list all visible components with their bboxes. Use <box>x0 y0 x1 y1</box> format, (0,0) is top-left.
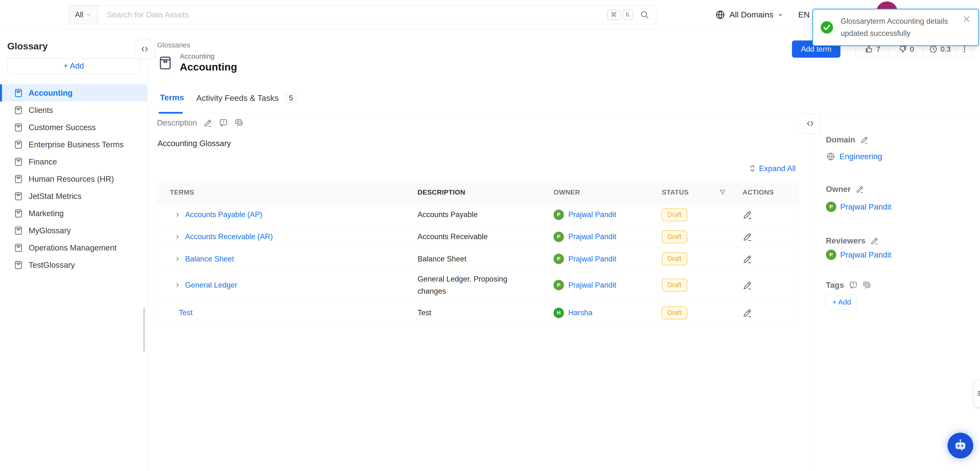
status-badge: Draft <box>662 253 687 265</box>
edit-pencil-icon[interactable] <box>743 232 753 242</box>
term-link[interactable]: Balance Sheet <box>185 255 234 263</box>
sidebar-item-jetstat-metrics[interactable]: JetStat Metrics <box>0 188 147 205</box>
request-tags-icon[interactable]: ? <box>849 281 858 290</box>
sidebar-scrollbar[interactable] <box>143 308 145 352</box>
domain-section: Domain <box>826 135 869 145</box>
sidebar-item-label: Operations Management <box>29 243 116 253</box>
active-tab-indicator <box>159 112 183 114</box>
owner-link[interactable]: Prajwal Pandit <box>568 210 616 219</box>
sidebar-item-accounting[interactable]: Accounting <box>0 84 147 102</box>
filter-icon[interactable] <box>719 188 727 196</box>
sidebar-item-human-resources[interactable]: Human Resources (HR) <box>0 170 147 188</box>
edit-pencil-icon[interactable] <box>743 210 753 220</box>
tab-activity-label: Activity Feeds & Tasks <box>196 93 279 103</box>
owner-value-row: P Prajwal Pandit <box>826 202 891 212</box>
edit-pencil-icon[interactable] <box>743 254 753 264</box>
reviewer-link[interactable]: Prajwal Pandit <box>840 250 891 259</box>
domain-link[interactable]: Engineering <box>840 152 882 161</box>
globe-icon <box>826 152 835 161</box>
code-brackets-icon <box>806 119 815 128</box>
add-tag-button[interactable]: + Add <box>826 294 858 310</box>
table-row: Test Test H Harsha Draft <box>157 300 799 325</box>
edit-pencil-icon[interactable] <box>856 185 864 194</box>
owner-section: Owner <box>826 185 864 194</box>
globe-icon <box>715 10 725 20</box>
edit-pencil-icon[interactable] <box>743 280 753 290</box>
owner-link[interactable]: Prajwal Pandit <box>568 281 616 290</box>
owner-link[interactable]: Prajwal Pandit <box>568 232 616 241</box>
glossary-name: Accounting <box>180 53 215 60</box>
term-link[interactable]: Test <box>179 309 192 317</box>
expand-all-icon <box>748 164 757 173</box>
collapse-left-panel-button[interactable] <box>135 40 154 59</box>
close-icon[interactable] <box>962 14 972 24</box>
expand-row-icon[interactable] <box>174 212 181 218</box>
global-search[interactable]: All Search for Data Assets ⌘ K <box>69 5 656 24</box>
term-link[interactable]: Accounts Payable (AP) <box>185 210 262 219</box>
edit-pencil-icon[interactable] <box>870 237 879 245</box>
add-glossary-button[interactable]: + Add <box>7 58 140 74</box>
sidebar-item-enterprise-business-terms[interactable]: Enterprise Business Terms <box>0 136 147 153</box>
expand-all-button[interactable]: Expand All <box>748 164 795 173</box>
breadcrumb[interactable]: Glossaries <box>157 41 190 49</box>
domain-value-row: Engineering <box>826 152 882 161</box>
cmd-key-icon: ⌘ <box>607 10 620 20</box>
all-domains-label: All Domains <box>729 10 773 19</box>
tab-activity-feeds[interactable]: Activity Feeds & Tasks 5 <box>196 93 297 103</box>
table-row: Accounts Payable (AP) Accounts Payable P… <box>157 204 799 226</box>
term-description: Balance Sheet <box>418 253 554 265</box>
sidebar-item-label: Accounting <box>29 88 72 98</box>
glossary-book-icon <box>14 191 23 201</box>
sidebar-item-marketing[interactable]: Marketing <box>0 205 147 222</box>
owner-link[interactable]: Prajwal Pandit <box>568 255 616 263</box>
reviewers-value-row: P Prajwal Pandit <box>826 250 891 260</box>
edit-pencil-icon[interactable] <box>743 308 753 318</box>
edit-pencil-icon[interactable] <box>203 118 213 127</box>
tab-terms[interactable]: Terms <box>160 93 184 102</box>
sidebar-item-testglossary[interactable]: TestGlossary <box>0 256 147 274</box>
owner-avatar: P <box>554 280 564 290</box>
glossary-book-icon <box>14 208 23 218</box>
term-description: Accounts Receivable <box>418 231 554 243</box>
search-scope-select[interactable]: All <box>69 6 98 24</box>
sidebar-item-myglossary[interactable]: MyGlossary <box>0 222 147 239</box>
sidebar-item-label: Enterprise Business Terms <box>29 140 124 149</box>
sidebar-item-operations-management[interactable]: Operations Management <box>0 239 147 256</box>
svg-text:?: ? <box>223 120 224 124</box>
toast-message: Glossaryterm Accounting details updated … <box>841 15 950 40</box>
version-number: 0.3 <box>940 45 951 53</box>
comments-icon[interactable] <box>234 118 243 127</box>
collapse-right-panel-button[interactable] <box>800 114 820 133</box>
term-description: Accounts Payable <box>418 208 554 221</box>
status-badge: Draft <box>662 231 687 243</box>
comments-icon[interactable] <box>862 281 871 290</box>
column-header-terms: TERMS <box>157 188 418 196</box>
expand-row-icon[interactable] <box>174 234 181 240</box>
edit-pencil-icon[interactable] <box>860 135 869 144</box>
owner-link[interactable]: Prajwal Pandit <box>840 202 891 212</box>
request-update-icon[interactable]: ? <box>219 118 228 127</box>
expand-row-icon[interactable] <box>174 256 181 262</box>
search-icon[interactable] <box>640 10 650 20</box>
language-label: EN <box>798 10 810 19</box>
owner-avatar: P <box>826 202 836 212</box>
sidebar-item-clients[interactable]: Clients <box>0 102 147 119</box>
chat-bot-button[interactable] <box>948 433 973 458</box>
search-input[interactable]: Search for Data Assets <box>98 10 607 19</box>
glossary-list: Accounting Clients Customer Success Ente… <box>0 84 147 274</box>
owner-link[interactable]: Harsha <box>568 309 592 317</box>
term-link[interactable]: General Ledger <box>185 281 237 290</box>
upvote-count: 7 <box>876 45 880 53</box>
sidebar-item-finance[interactable]: Finance <box>0 153 147 170</box>
status-badge: Draft <box>662 278 687 291</box>
k-key-icon: K <box>622 10 633 20</box>
expand-row-icon[interactable] <box>174 282 181 288</box>
edge-widget-handle[interactable] <box>974 380 980 407</box>
sidebar-item-customer-success[interactable]: Customer Success <box>0 119 147 136</box>
glossary-book-icon <box>14 157 23 167</box>
all-domains-selector[interactable]: All Domains <box>715 0 783 29</box>
term-link[interactable]: Accounts Receivable (AR) <box>185 232 273 241</box>
owner-avatar: P <box>554 232 564 242</box>
glossary-page: All Search for Data Assets ⌘ K All Domai… <box>0 0 980 471</box>
glossary-book-icon <box>14 140 23 150</box>
